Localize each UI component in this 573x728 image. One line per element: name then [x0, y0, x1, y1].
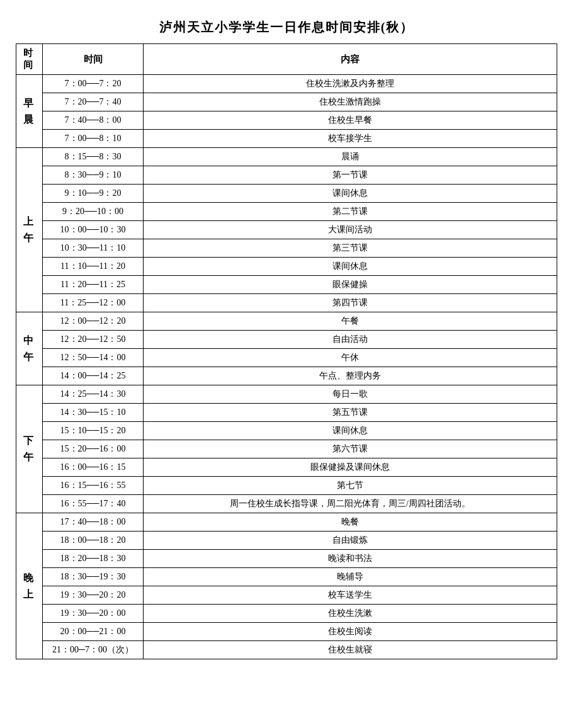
schedule-table: 时间 时间 内容 早晨7：00──7：20住校生洗漱及内务整理7：20──7：4…	[16, 43, 557, 659]
content-cell: 第三节课	[144, 239, 557, 258]
table-row: 18：00──18：20自由锻炼	[16, 532, 557, 550]
header-content: 内容	[144, 44, 557, 75]
table-row: 7：00──8：10校车接学生	[16, 130, 557, 148]
time-cell: 9：20──10：00	[43, 203, 144, 221]
table-row: 11：25──12：00第四节课	[16, 294, 557, 312]
time-cell: 10：00──10：30	[43, 221, 144, 239]
content-cell: 第五节课	[144, 404, 557, 422]
content-cell: 自由活动	[144, 331, 557, 349]
time-cell: 7：00──7：20	[43, 75, 144, 93]
table-row: 14：30──15：10第五节课	[16, 404, 557, 422]
time-cell: 17：40──18：00	[43, 513, 144, 532]
time-cell: 18：00──18：20	[43, 532, 144, 550]
time-cell: 10：30──11：10	[43, 239, 144, 258]
table-row: 14：00──14：25午点、整理内务	[16, 367, 557, 385]
content-cell: 住校生激情跑操	[144, 93, 557, 111]
time-cell: 8：30──9：10	[43, 166, 144, 185]
time-cell: 14：25──14：30	[43, 385, 144, 404]
time-cell: 19：30──20：00	[43, 605, 144, 623]
table-row: 11：20──11：25眼保健操	[16, 276, 557, 294]
table-row: 8：30──9：10第一节课	[16, 166, 557, 185]
table-row: 下午14：25──14：30每日一歌	[16, 385, 557, 404]
content-cell: 第一节课	[144, 166, 557, 185]
period-cell: 下午	[16, 385, 43, 513]
content-cell: 眼保健操及课间休息	[144, 458, 557, 477]
content-cell: 自由锻炼	[144, 532, 557, 550]
content-cell: 午餐	[144, 312, 557, 331]
content-cell: 眼保健操	[144, 276, 557, 294]
table-row: 15：10──15：20课间休息	[16, 422, 557, 440]
table-body: 早晨7：00──7：20住校生洗漱及内务整理7：20──7：40住校生激情跑操7…	[16, 75, 557, 659]
content-cell: 晚餐	[144, 513, 557, 532]
time-cell: 11：25──12：00	[43, 294, 144, 312]
table-row: 16：00──16：15眼保健操及课间休息	[16, 458, 557, 477]
time-cell: 19：30──20：20	[43, 586, 144, 605]
content-cell: 第七节	[144, 477, 557, 495]
time-cell: 9：10──9：20	[43, 185, 144, 203]
content-cell: 午休	[144, 349, 557, 367]
time-cell: 20：00──21：00	[43, 623, 144, 641]
content-cell: 住校生阅读	[144, 623, 557, 641]
time-cell: 8：15──8：30	[43, 148, 144, 166]
content-cell: 课间休息	[144, 422, 557, 440]
content-cell: 住校生就寝	[144, 641, 557, 659]
time-cell: 7：40──8：00	[43, 111, 144, 130]
time-cell: 7：20──7：40	[43, 93, 144, 111]
table-row: 9：10──9：20课间休息	[16, 185, 557, 203]
content-cell: 晨诵	[144, 148, 557, 166]
table-row: 10：00──10：30大课间活动	[16, 221, 557, 239]
table-row: 早晨7：00──7：20住校生洗漱及内务整理	[16, 75, 557, 93]
content-cell: 周一住校生成长指导课，周二阳光体育，周三/周四社团活动。	[144, 495, 557, 513]
table-row: 21：00─7：00（次）住校生就寝	[16, 641, 557, 659]
table-row: 7：20──7：40住校生激情跑操	[16, 93, 557, 111]
time-cell: 18：30──19：30	[43, 568, 144, 586]
content-cell: 第六节课	[144, 440, 557, 458]
content-cell: 课间休息	[144, 185, 557, 203]
time-cell: 15：20──16：00	[43, 440, 144, 458]
time-cell: 11：20──11：25	[43, 276, 144, 294]
table-row: 18：20──18：30晚读和书法	[16, 550, 557, 568]
content-cell: 每日一歌	[144, 385, 557, 404]
content-cell: 住校生早餐	[144, 111, 557, 130]
table-row: 11：10──11：20课间休息	[16, 258, 557, 276]
content-cell: 午点、整理内务	[144, 367, 557, 385]
time-cell: 21：00─7：00（次）	[43, 641, 144, 659]
table-row: 19：30──20：00住校生洗漱	[16, 605, 557, 623]
content-cell: 课间休息	[144, 258, 557, 276]
content-cell: 住校生洗漱	[144, 605, 557, 623]
table-row: 中午12：00──12：20午餐	[16, 312, 557, 331]
page-container: 泸州天立小学学生一日作息时间安排(秋） 时间 时间 内容 早晨7：00──7：2…	[16, 19, 557, 659]
time-cell: 11：10──11：20	[43, 258, 144, 276]
table-row: 16：15──16：55第七节	[16, 477, 557, 495]
period-cell: 上午	[16, 148, 43, 312]
table-row: 9：20──10：00第二节课	[16, 203, 557, 221]
table-row: 19：30──20：20校车送学生	[16, 586, 557, 605]
content-cell: 校车送学生	[144, 586, 557, 605]
table-row: 上午8：15──8：30晨诵	[16, 148, 557, 166]
time-cell: 12：00──12：20	[43, 312, 144, 331]
page-title: 泸州天立小学学生一日作息时间安排(秋）	[16, 19, 557, 36]
time-cell: 16：55──17：40	[43, 495, 144, 513]
time-cell: 14：30──15：10	[43, 404, 144, 422]
content-cell: 大课间活动	[144, 221, 557, 239]
time-cell: 12：50──14：00	[43, 349, 144, 367]
table-row: 20：00──21：00住校生阅读	[16, 623, 557, 641]
table-row: 12：50──14：00午休	[16, 349, 557, 367]
table-row: 晚上17：40──18：00晚餐	[16, 513, 557, 532]
time-cell: 12：20──12：50	[43, 331, 144, 349]
table-row: 10：30──11：10第三节课	[16, 239, 557, 258]
time-cell: 18：20──18：30	[43, 550, 144, 568]
table-row: 7：40──8：00住校生早餐	[16, 111, 557, 130]
content-cell: 校车接学生	[144, 130, 557, 148]
content-cell: 第二节课	[144, 203, 557, 221]
time-cell: 16：15──16：55	[43, 477, 144, 495]
content-cell: 住校生洗漱及内务整理	[144, 75, 557, 93]
table-row: 12：20──12：50自由活动	[16, 331, 557, 349]
time-cell: 7：00──8：10	[43, 130, 144, 148]
content-cell: 晚辅导	[144, 568, 557, 586]
table-row: 16：55──17：40周一住校生成长指导课，周二阳光体育，周三/周四社团活动。	[16, 495, 557, 513]
period-cell: 早晨	[16, 75, 43, 148]
header-period: 时间	[16, 44, 43, 75]
table-row: 15：20──16：00第六节课	[16, 440, 557, 458]
time-cell: 15：10──15：20	[43, 422, 144, 440]
